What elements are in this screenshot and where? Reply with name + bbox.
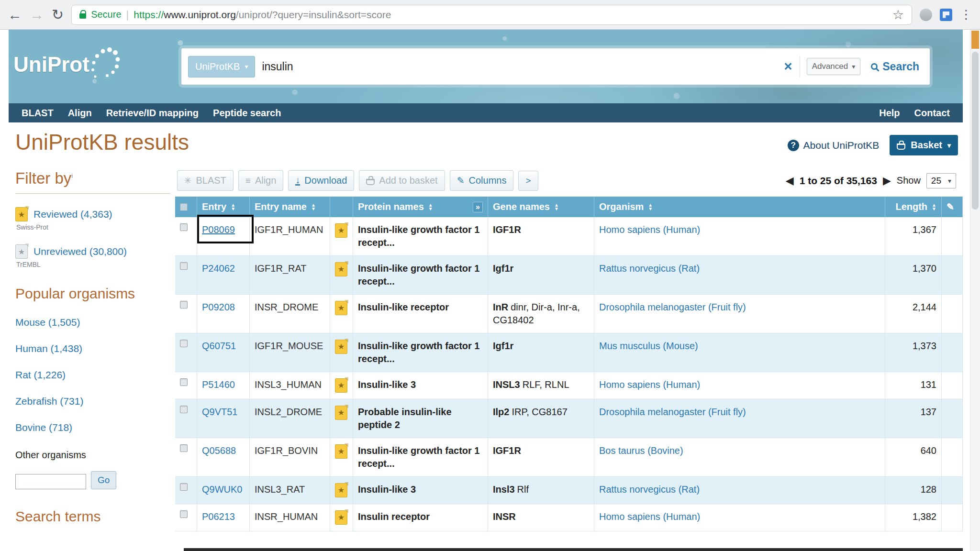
column-header-organism[interactable]: Organism (599, 201, 644, 212)
previous-page-icon[interactable]: ◀ (786, 175, 794, 187)
column-header-entry-name[interactable]: Entry name (255, 201, 307, 212)
result-range-text: 1 to 25 of 35,163 (800, 175, 877, 187)
page-header: UniProtKB results ? About UniProtKB Bask… (9, 122, 963, 166)
organism-link[interactable]: Drosophila melanogaster (Fruit fly) (599, 302, 746, 312)
entry-link[interactable]: P51460 (202, 379, 235, 390)
table-row: Q60751 IGF1R_MOUSE ★ Insulin-like growth… (175, 333, 963, 372)
entry-name: IGF1R_MOUSE (255, 341, 323, 351)
row-checkbox[interactable] (180, 301, 188, 309)
sort-icon[interactable]: ▲▼ (428, 203, 433, 211)
organism-filter-human[interactable]: Human (1,438) (15, 343, 170, 354)
other-organism-input[interactable] (15, 474, 86, 489)
unreviewed-link[interactable]: Unreviewed (30,800) (33, 246, 127, 257)
column-header-length[interactable]: Length (895, 201, 927, 212)
nav-item-retrieve-id-mapping[interactable]: Retrieve/ID mapping (99, 108, 206, 119)
add-to-basket-button[interactable]: Add to basket (359, 170, 445, 191)
column-header-protein-names[interactable]: Protein names (358, 201, 424, 212)
uniprot-logo[interactable]: UniProt (13, 53, 120, 80)
edit-columns-icon[interactable]: ✎ (947, 202, 954, 212)
reviewed-link[interactable]: Reviewed (4,363) (33, 209, 112, 220)
row-checkbox[interactable] (180, 340, 188, 347)
row-checkbox[interactable] (180, 406, 188, 413)
expand-column-icon[interactable]: » (473, 202, 483, 212)
go-button[interactable]: Go (91, 471, 116, 489)
blast-icon: ✳ (184, 175, 192, 186)
row-checkbox[interactable] (180, 444, 188, 452)
columns-button[interactable]: ✎ Columns (450, 170, 514, 191)
organism-link[interactable]: Bos taurus (Bovine) (599, 445, 683, 456)
scrollbar-thumb[interactable] (972, 52, 979, 209)
advanced-search-button[interactable]: Advanced ▾ (807, 58, 861, 75)
address-bar[interactable]: Secure | https://www.uniprot.org/uniprot… (71, 5, 912, 25)
entry-link[interactable]: P09208 (202, 302, 235, 312)
row-checkbox[interactable] (180, 483, 188, 491)
blast-button[interactable]: ✳ BLAST (177, 170, 234, 191)
organism-link[interactable]: Drosophila melanogaster (Fruit fly) (599, 407, 746, 417)
download-button[interactable]: ↓ Download (288, 170, 354, 191)
translate-extension-icon[interactable] (940, 9, 952, 21)
align-button[interactable]: ≡ Align (238, 170, 284, 191)
nav-item-align[interactable]: Align (61, 108, 99, 119)
clear-search-icon[interactable]: ✕ (783, 60, 792, 73)
row-checkbox[interactable] (180, 510, 188, 518)
filter-unreviewed[interactable]: ★ Unreviewed (30,800) (15, 244, 170, 259)
extension-icon[interactable] (920, 9, 932, 21)
sort-icon[interactable]: ▲▼ (554, 203, 559, 211)
row-checkbox[interactable] (180, 262, 188, 270)
forward-icon[interactable]: → (30, 8, 44, 22)
organism-link[interactable]: Homo sapiens (Human) (599, 379, 700, 390)
entry-link[interactable]: Q60751 (202, 341, 236, 351)
search-button[interactable]: Search (867, 60, 923, 73)
search-scope-dropdown[interactable]: UniProtKB ▾ (188, 56, 255, 77)
entry-link[interactable]: P24062 (202, 263, 235, 274)
row-checkbox[interactable] (180, 378, 188, 386)
page-size-select[interactable]: 25 ▾ (926, 173, 956, 188)
entry-link[interactable]: P08069 (202, 224, 235, 235)
gene-name-primary: Insl3 (493, 484, 515, 495)
nav-item-help[interactable]: Help (872, 108, 907, 119)
entry-link[interactable]: P06213 (202, 511, 235, 522)
organism-link[interactable]: Homo sapiens (Human) (599, 224, 700, 235)
about-uniprotkb-link[interactable]: ? About UniProtKB (788, 140, 880, 151)
organism-filter-bovine[interactable]: Bovine (718) (15, 422, 170, 433)
entry-name: INSR_HUMAN (255, 511, 318, 522)
reload-icon[interactable]: ↻ (52, 8, 64, 22)
table-row: Q9VT51 INSL2_DROME ★ Probable insulin-li… (175, 399, 963, 438)
share-button[interactable]: > (518, 171, 538, 191)
entry-link[interactable]: Q9VT51 (202, 407, 237, 417)
select-all-checkbox[interactable] (180, 203, 188, 211)
organism-link[interactable]: Rattus norvegicus (Rat) (599, 484, 700, 495)
search-input[interactable] (262, 60, 777, 73)
nav-item-blast[interactable]: BLAST (14, 108, 61, 119)
entry-link[interactable]: Q05688 (202, 445, 236, 456)
length-value: 131 (921, 379, 936, 390)
nav-item-contact[interactable]: Contact (907, 108, 957, 119)
organism-filter-zebrafish[interactable]: Zebrafish (731) (15, 396, 170, 407)
organism-link[interactable]: Mus musculus (Mouse) (599, 341, 698, 351)
organism-link[interactable]: Homo sapiens (Human) (599, 511, 700, 522)
basket-button[interactable]: Basket ▾ (890, 135, 958, 155)
row-checkbox[interactable] (180, 223, 188, 231)
filter-reviewed[interactable]: ★ Reviewed (4,363) (15, 207, 170, 221)
page-scrollbar[interactable] (970, 30, 980, 551)
back-icon[interactable]: ← (8, 8, 22, 22)
sort-icon[interactable]: ▲▼ (311, 203, 316, 211)
page-url[interactable]: https://www.uniprot.org/uniprot/?query=i… (134, 9, 391, 21)
column-header-entry[interactable]: Entry (202, 201, 226, 212)
reviewed-star-icon: ★ (335, 406, 347, 420)
page-bottom-edge (184, 548, 963, 551)
sort-icon[interactable]: ▲▼ (231, 203, 235, 211)
entry-link[interactable]: Q9WUK0 (202, 484, 242, 495)
sort-icon[interactable]: ▲▼ (648, 203, 653, 211)
browser-menu-icon[interactable]: ⋮ (960, 7, 972, 22)
organism-link[interactable]: Rattus norvegicus (Rat) (599, 263, 700, 274)
sort-icon[interactable]: ▲▼ (932, 203, 936, 211)
bookmark-star-icon[interactable]: ☆ (892, 7, 904, 22)
padlock-icon (79, 13, 86, 19)
column-header-gene-names[interactable]: Gene names (493, 201, 550, 212)
nav-item-peptide-search[interactable]: Peptide search (206, 108, 288, 119)
entry-name: INSL3_HUMAN (255, 379, 322, 390)
organism-filter-rat[interactable]: Rat (1,226) (15, 369, 170, 381)
next-page-icon[interactable]: ▶ (883, 175, 891, 187)
organism-filter-mouse[interactable]: Mouse (1,505) (15, 317, 170, 328)
